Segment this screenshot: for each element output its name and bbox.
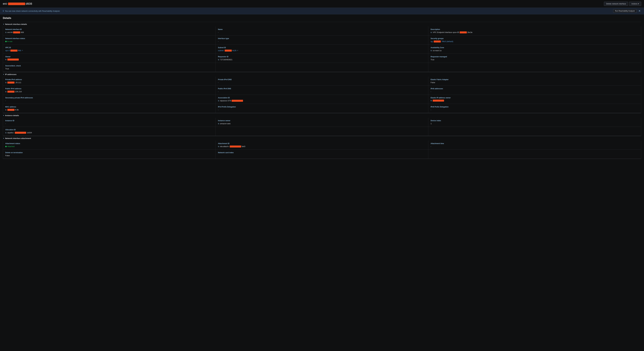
main-content: Details ▼ Network interface details Netw… bbox=[0, 14, 644, 161]
copy-icon-desc[interactable]: ⧉ bbox=[430, 32, 432, 34]
name-label: Name bbox=[218, 28, 426, 30]
security-groups-value[interactable]: sg-78fc0 (default) bbox=[430, 40, 639, 42]
info-banner: ℹ You can now check network connectivity… bbox=[0, 8, 644, 14]
chevron-down-icon: ▾ bbox=[638, 3, 639, 5]
public-ipv4-redacted bbox=[8, 91, 14, 93]
copy-icon[interactable]: ⧉ bbox=[5, 32, 6, 34]
sg-redacted bbox=[434, 40, 441, 42]
copy-icon-public-ipv4[interactable]: ⧉ bbox=[5, 91, 6, 93]
security-groups-cell: Security groups sg-78fc0 (default) bbox=[428, 36, 641, 44]
private-ipv4-dns-value: - bbox=[218, 82, 426, 84]
allocation-id-label: Allocation ID bbox=[5, 129, 213, 131]
copy-icon-requester[interactable]: ⧉ bbox=[218, 59, 219, 61]
toggle-arrow-icon-attachment: ▼ bbox=[3, 138, 4, 139]
device-index-value: 1 bbox=[430, 122, 639, 125]
close-banner-button[interactable]: ✕ bbox=[638, 10, 641, 12]
empty-instance-2 bbox=[216, 127, 428, 136]
elastic-ip-owner-value: ⧉ bbox=[430, 100, 639, 102]
network-interface-id-cell: Network interface ID ⧉ eni-04608 bbox=[3, 26, 216, 36]
ip-addresses-toggle[interactable]: ▼ IP addresses bbox=[3, 72, 641, 76]
public-ipv4-cell: Public IPv4 address ⧉ 226.216 bbox=[3, 86, 216, 95]
instance-id-label: Instance ID bbox=[5, 120, 213, 122]
copy-icon-eip-owner[interactable]: ⧉ bbox=[430, 100, 432, 102]
title-redacted bbox=[8, 2, 25, 5]
instance-owner-text: amazon-aws bbox=[220, 122, 231, 125]
subnet-suffix: 4c26 bbox=[232, 50, 236, 52]
delete-network-interface-button[interactable]: Delete network interface bbox=[604, 2, 628, 6]
info-icon: ℹ bbox=[3, 10, 4, 12]
public-ipv4-dns-cell: Public IPv4 DNS - bbox=[216, 86, 428, 95]
empty-cell-2 bbox=[428, 63, 641, 72]
empty-cell-1 bbox=[216, 63, 428, 72]
copy-icon-instance-owner[interactable]: ⧉ bbox=[218, 123, 219, 125]
secondary-private-ipv4-cell: Secondary private IPv4 addresses - bbox=[3, 95, 216, 104]
mac-suffix: 6:3b bbox=[15, 109, 18, 111]
copy-icon-private-ipv4[interactable]: ⧉ bbox=[5, 82, 6, 84]
run-reachability-analyzer-button[interactable]: Run Reachability Analyzer bbox=[613, 9, 637, 13]
mac-address-cell: MAC address ⧉ 6:3b bbox=[3, 104, 216, 113]
delete-on-termination-value: False bbox=[5, 154, 213, 156]
actions-button[interactable]: Actions ▾ bbox=[629, 2, 641, 6]
external-link-icon-subnet: ↗ bbox=[237, 50, 238, 52]
copy-icon-assoc[interactable]: ⧉ bbox=[218, 100, 219, 102]
banner-text: You can now check network connectivity w… bbox=[5, 10, 60, 12]
public-ipv4-value: ⧉ 226.216 bbox=[5, 90, 213, 93]
copy-icon-attachment-id[interactable]: ⧉ bbox=[218, 146, 219, 148]
eni-prefix: eni-04 bbox=[8, 31, 12, 34]
instance-details-label: Instance details bbox=[5, 114, 19, 116]
subnet-prefix: subnet- bbox=[218, 50, 224, 52]
sg-prefix: sg- bbox=[430, 40, 433, 42]
instance-details-section: ▼ Instance details Instance ID - Instanc… bbox=[3, 113, 641, 136]
copy-icon-alloc[interactable]: ⧉ bbox=[5, 132, 6, 134]
network-interface-details-toggle[interactable]: ▼ Network interface details bbox=[3, 22, 641, 26]
requester-id-text: 727180483921 bbox=[220, 58, 232, 61]
attachment-id-redacted bbox=[230, 146, 241, 148]
private-ipv4-cell: Private IPv4 address ⧉ .20.111 bbox=[3, 76, 216, 86]
toggle-arrow-icon-ip: ▼ bbox=[3, 74, 4, 75]
az-text: us-east-1a bbox=[433, 50, 441, 52]
copy-icon-az[interactable]: ⧉ bbox=[430, 50, 432, 52]
description-label: Description bbox=[430, 28, 639, 30]
owner-value: ⧉ bbox=[5, 58, 213, 60]
ip-addresses-label: IP addresses bbox=[5, 73, 16, 76]
interface-type-label: Interface type bbox=[218, 38, 426, 40]
attachment-status-text: Attached bbox=[7, 145, 14, 148]
copy-icon-owner[interactable]: ⧉ bbox=[5, 58, 6, 60]
network-interface-details-label: Network interface details bbox=[5, 23, 27, 25]
public-ipv4-dns-label: Public IPv4 DNS bbox=[218, 88, 426, 90]
owner-cell: Owner ⧉ bbox=[3, 54, 216, 63]
attachment-status-dot bbox=[5, 146, 7, 147]
vpc-id-value[interactable]: vpc-0ff68 ↗ bbox=[5, 50, 213, 52]
mac-address-value: ⧉ 6:3b bbox=[5, 109, 213, 111]
ipv4-prefix-delegation-label: IPv4 Prefix Delegation bbox=[218, 106, 426, 108]
subnet-id-value[interactable]: subnet-4c26 ↗ bbox=[218, 50, 426, 52]
association-id-label: Association ID bbox=[218, 97, 426, 99]
vpc-redacted bbox=[10, 50, 18, 52]
ipv6-addresses-cell: IPv6 addresses - bbox=[428, 86, 641, 95]
copy-icon-mac[interactable]: ⧉ bbox=[5, 109, 6, 111]
page-header: eni-d608 Delete network interface Action… bbox=[0, 0, 644, 8]
toggle-arrow-icon-instance: ▼ bbox=[3, 115, 4, 116]
status-indicator bbox=[5, 41, 7, 42]
instance-id-cell: Instance ID - bbox=[3, 118, 216, 127]
public-ipv4-dns-value: - bbox=[218, 90, 426, 93]
alloc-redacted bbox=[15, 132, 26, 134]
desc-suffix: 2bc3e bbox=[467, 31, 472, 34]
network-interface-attachment-toggle[interactable]: ▼ Network interface attachment bbox=[3, 136, 641, 140]
status-text: In-use bbox=[7, 40, 12, 42]
ipv6-addresses-label: IPv6 addresses bbox=[430, 88, 639, 90]
alloc-suffix: 1d334 bbox=[27, 132, 32, 134]
attachment-time-cell: Attachment time - bbox=[428, 140, 641, 150]
private-ipv4-dns-cell: Private IPv4 DNS - bbox=[216, 76, 428, 86]
subnet-id-cell: Subnet ID subnet-4c26 ↗ bbox=[216, 44, 428, 54]
availability-zone-label: Availability Zone bbox=[430, 46, 639, 48]
assoc-prefix: eipassoc-079 bbox=[220, 100, 231, 102]
empty-instance-3 bbox=[428, 127, 641, 136]
ipv6-prefix-delegation-cell: IPv6 Prefix Delegation - bbox=[428, 104, 641, 113]
instance-details-toggle[interactable]: ▼ Instance details bbox=[3, 113, 641, 118]
instance-details-grid: Instance ID - Instance owner ⧉ amazon-aw… bbox=[3, 118, 641, 136]
header-actions: Delete network interface Actions ▾ bbox=[604, 2, 641, 6]
interface-type-value: - bbox=[218, 40, 426, 42]
source-dest-check-label: Source/dest. check bbox=[5, 65, 213, 67]
external-link-icon: ↗ bbox=[22, 50, 23, 52]
